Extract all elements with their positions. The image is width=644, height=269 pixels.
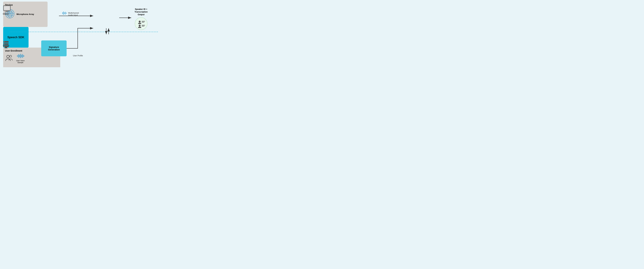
- svg-text:Multichannel: Multichannel: [68, 12, 79, 14]
- svg-point-21: [12, 12, 13, 13]
- svg-rect-7: [4, 48, 8, 48]
- svg-point-35: [11, 16, 12, 17]
- svg-point-33: [12, 15, 13, 16]
- svg-point-1: [4, 42, 5, 42]
- svg-rect-9: [4, 6, 10, 10]
- people-icon: [5, 54, 14, 63]
- svg-point-44: [10, 55, 12, 57]
- svg-point-31: [9, 15, 10, 16]
- svg-point-43: [7, 55, 9, 58]
- svg-point-37: [139, 20, 141, 22]
- output-icon: [135, 17, 148, 30]
- section-divider: [10, 32, 158, 32]
- speech-sdk-label: Speech SDK: [7, 36, 24, 39]
- svg-point-28: [12, 13, 14, 14]
- svg-rect-10: [6, 11, 8, 12]
- svg-point-5: [4, 46, 5, 47]
- sig-gen-label: Signature Generation: [48, 46, 60, 51]
- mic-label: Microphone Array: [16, 13, 34, 16]
- svg-point-40: [139, 24, 141, 26]
- svg-rect-6: [5, 47, 7, 48]
- svg-text:User Profile: User Profile: [73, 54, 83, 57]
- server-icon: [3, 40, 9, 49]
- svg-point-27: [12, 13, 12, 14]
- svg-point-36: [9, 16, 10, 18]
- signature-generation-box: Signature Generation: [41, 40, 66, 56]
- output-area: Speaker ID + Transcription Output: [132, 8, 150, 30]
- svg-point-32: [11, 15, 12, 16]
- user-voice-label: User Voice Sample: [16, 60, 24, 64]
- client-computer-icon: [2, 5, 11, 14]
- svg-point-3: [4, 44, 5, 44]
- voice-wave-icon: [16, 54, 24, 59]
- svg-point-34: [8, 16, 9, 17]
- svg-text:Audio Input: Audio Input: [68, 14, 78, 16]
- diagram: Client Server Device: [0, 0, 161, 67]
- svg-rect-11: [4, 12, 9, 12]
- output-label: Speaker ID + Transcription Output: [132, 8, 150, 16]
